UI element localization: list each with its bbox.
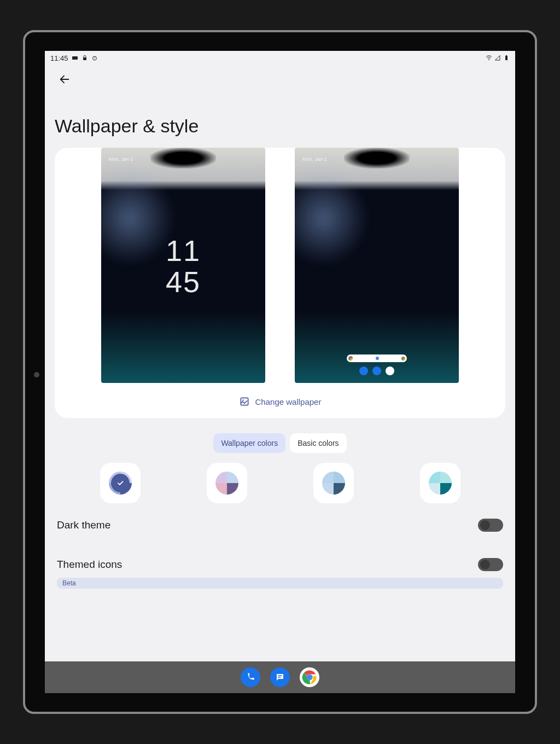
beta-badge: Beta: [57, 578, 503, 589]
themed-icons-label: Themed icons: [57, 559, 122, 571]
phone-app-icon: [359, 367, 368, 375]
back-button[interactable]: [55, 69, 74, 89]
screen: 11:45 Wallpaper & style Mon, Jan 1: [45, 51, 515, 693]
phone-icon: [246, 672, 255, 682]
tab-basic-colors[interactable]: Basic colors: [290, 433, 346, 453]
color-source-tabs: Wallpaper colors Basic colors: [45, 433, 515, 453]
lock-time-minute: 45: [101, 266, 265, 298]
dark-theme-toggle[interactable]: [478, 519, 503, 532]
dark-theme-label: Dark theme: [57, 519, 110, 531]
svg-rect-1: [83, 57, 86, 60]
svg-rect-5: [506, 55, 507, 56]
dark-theme-row: Dark theme: [45, 503, 515, 536]
svg-point-3: [488, 60, 489, 61]
header: [45, 65, 515, 94]
mic-icon: [376, 357, 379, 360]
messages-app-icon: [372, 367, 381, 375]
themed-icons-toggle[interactable]: [478, 558, 503, 571]
color-swatch-2[interactable]: [313, 463, 354, 503]
google-logo-icon: [348, 356, 353, 361]
timer-icon: [91, 55, 98, 61]
taskbar: [45, 661, 515, 693]
battery-icon: [503, 55, 510, 61]
camera-dot: [34, 372, 39, 377]
preview-label: Mon, Jan 1: [109, 156, 133, 162]
change-wallpaper-label: Change wallpaper: [255, 397, 322, 406]
lockscreen-time: 11 45: [101, 235, 265, 297]
taskbar-messages-icon[interactable]: [270, 667, 290, 687]
svg-rect-6: [241, 398, 248, 405]
signal-icon: [494, 55, 501, 61]
home-dock-area: [295, 354, 459, 375]
tab-wallpaper-colors[interactable]: Wallpaper colors: [213, 433, 285, 453]
svg-point-11: [307, 675, 312, 679]
change-wallpaper-button[interactable]: Change wallpaper: [239, 383, 322, 407]
page-title: Wallpaper & style: [45, 94, 515, 148]
svg-point-7: [242, 399, 244, 401]
color-swatch-0[interactable]: [100, 463, 141, 503]
taskbar-phone-icon[interactable]: [241, 667, 260, 687]
chrome-icon: [301, 669, 318, 685]
status-time: 11:45: [50, 54, 68, 62]
lens-icon: [401, 357, 405, 361]
wifi-icon: [486, 55, 492, 61]
svg-rect-4: [505, 56, 508, 60]
homescreen-preview[interactable]: Mon, Jan 1: [295, 148, 459, 383]
tablet-frame: 11:45 Wallpaper & style Mon, Jan 1: [23, 30, 537, 714]
arrow-back-icon: [59, 73, 71, 85]
wallpaper-preview-card: Mon, Jan 1 11 45 Mon, Jan 1: [55, 148, 505, 418]
themed-icons-row: Themed icons: [45, 536, 515, 576]
preview-label: Mon, Jan 1: [302, 156, 327, 162]
check-icon: [111, 474, 130, 492]
search-pill: [347, 354, 407, 362]
status-bar: 11:45: [45, 51, 515, 65]
chrome-app-icon: [386, 367, 394, 375]
lockscreen-preview[interactable]: Mon, Jan 1 11 45: [101, 148, 265, 383]
keyboard-icon: [72, 55, 78, 61]
color-swatch-row: [45, 463, 515, 503]
svg-rect-0: [72, 56, 78, 60]
wallpaper-icon: [239, 396, 250, 407]
lock-time-hour: 11: [101, 235, 265, 266]
taskbar-chrome-icon[interactable]: [300, 667, 319, 687]
color-swatch-1[interactable]: [207, 463, 247, 503]
messages-icon: [275, 672, 285, 682]
lock-icon: [81, 55, 88, 61]
color-swatch-3[interactable]: [420, 463, 460, 503]
